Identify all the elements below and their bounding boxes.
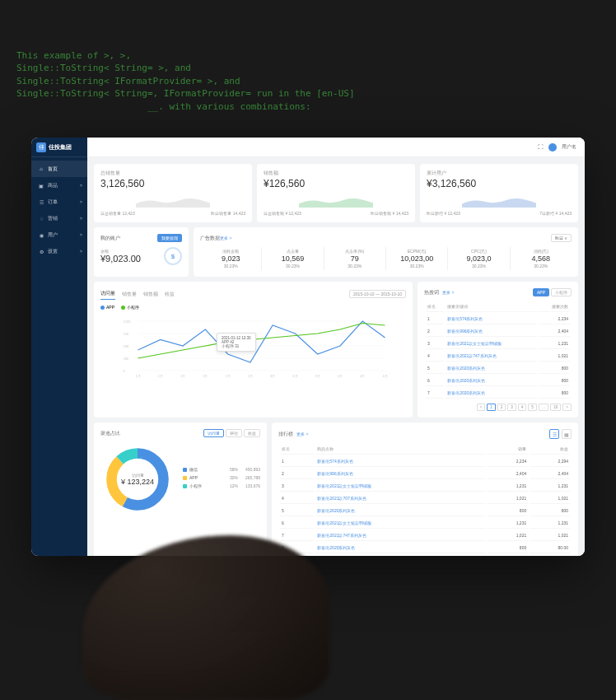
search-keyword[interactable]: 新百伦2021款747系列灰色 xyxy=(446,351,537,362)
pager-item[interactable]: 10 xyxy=(550,404,561,411)
rank-name[interactable]: 新百伦2021款女士短款羽绒服 xyxy=(315,481,486,492)
rank-name[interactable]: 新百伦2020系列灰色 xyxy=(315,543,486,553)
rank-row[interactable]: 5新百伦2020系列灰色800800 xyxy=(280,506,570,516)
pager-item[interactable]: 5 xyxy=(528,404,537,411)
search-more-link[interactable]: 更多 > xyxy=(442,290,454,295)
pager-item[interactable]: 2 xyxy=(497,404,506,411)
legend-num: 265,788 xyxy=(245,475,260,480)
svg-text:4月: 4月 xyxy=(338,374,343,378)
search-keyword[interactable]: 新百伦996系列灰色 xyxy=(446,326,537,337)
sparkline xyxy=(100,193,245,208)
rank-row[interactable]: 7新百伦2021款747系列灰色1,0211,021 xyxy=(280,530,570,541)
logo[interactable]: 佳 佳投集团 xyxy=(31,138,87,157)
search-row[interactable]: 5新百伦2020系列灰色800 xyxy=(426,363,570,374)
nav-item-0[interactable]: ⌂首页 xyxy=(31,161,87,177)
donut-legend-item-1[interactable]: APP30%265,788 xyxy=(183,475,260,480)
search-toggle-1[interactable]: 小程序 xyxy=(551,288,572,296)
rank-name[interactable]: 新百伦2021款747系列灰色 xyxy=(315,555,486,556)
donut-legend-item-0[interactable]: 微信58%450,893 xyxy=(183,467,260,472)
pager-item[interactable]: 1 xyxy=(487,404,496,411)
svg-text:200: 200 xyxy=(124,357,129,361)
search-row[interactable]: 6新百伦2020系列灰色800 xyxy=(426,376,570,386)
chart-tab-2[interactable]: 销售额 xyxy=(143,289,158,300)
search-row[interactable]: 3新百伦2021款女士短款羽绒服1,231 xyxy=(426,338,570,349)
search-toggle-0[interactable]: APP xyxy=(533,288,549,296)
search-title: 热搜词 xyxy=(424,289,439,296)
content: 总销售量 3,126,560 日总销售量 12,423昨日销售量 14,423销… xyxy=(87,157,585,556)
username[interactable]: 用户名 xyxy=(562,143,576,151)
topbar: ⛶ 用户名 xyxy=(87,138,585,157)
rank-row[interactable]: 8新百伦2020系列灰色80080.00 xyxy=(280,543,570,553)
rank-name[interactable]: 新百伦2020系列灰色 xyxy=(315,506,486,516)
bottom-row: 渠道占比 访问量评论收益 访问量 ¥ 123,224 xyxy=(94,422,578,556)
rank-row[interactable]: 3新百伦2021款女士短款羽绒服1,2311,231 xyxy=(280,481,570,492)
search-rank: 4 xyxy=(426,351,444,362)
nav-icon: ♢ xyxy=(38,216,44,222)
summary-foot-left: 日总销售量 12,423 xyxy=(100,211,135,216)
nav-item-5[interactable]: ⚙设置> xyxy=(31,243,87,259)
list-view-icon[interactable]: ☰ xyxy=(549,429,559,439)
rank-col-3: 收益 xyxy=(530,444,570,455)
search-row[interactable]: 4新百伦2021款747系列灰色1,021 xyxy=(426,351,570,362)
donut-legend: 微信58%450,893APP30%265,788小程序12%133,676 xyxy=(183,467,260,492)
wallet-metrics-row: 我的账户 我要提现 余额 ¥9,023.00 $ 广告数据 更多 > 昨日 ∨ xyxy=(94,227,578,277)
rank-name[interactable]: 新百伦574系列灰色 xyxy=(315,456,486,467)
pager-item[interactable]: < xyxy=(477,404,486,411)
chart-daterange[interactable]: 2015-10-10 — 2015-10-10 xyxy=(349,290,406,298)
search-count: 2,234 xyxy=(539,314,570,324)
avatar[interactable] xyxy=(548,143,557,152)
donut-toggle-2[interactable]: 收益 xyxy=(244,429,260,437)
search-row[interactable]: 1新百伦574系列灰色2,234 xyxy=(426,314,570,324)
rank-row[interactable]: 1新百伦574系列灰色2,2342,294 xyxy=(280,456,570,467)
nav-item-2[interactable]: ☰订单> xyxy=(31,194,87,210)
rank-name[interactable]: 新百伦2021款747系列灰色 xyxy=(315,530,486,541)
svg-text:1月: 1月 xyxy=(135,374,140,378)
rank-row[interactable]: 9新百伦2021款747系列灰色1,0211,021 xyxy=(280,555,570,556)
rank-row[interactable]: 4新百伦2021款707系列灰色1,0211,021 xyxy=(280,493,570,504)
rank-num: 3 xyxy=(280,481,314,492)
chart-legend-item-0[interactable]: APP xyxy=(100,305,114,310)
donut-toggle-0[interactable]: 访问量 xyxy=(203,429,224,437)
nav-item-3[interactable]: ♢营销> xyxy=(31,210,87,226)
search-keyword[interactable]: 新百伦2020系列灰色 xyxy=(446,376,537,386)
rank-row[interactable]: 6新百伦2021款女士短款羽绒服1,2311,231 xyxy=(280,518,570,529)
rank-name[interactable]: 新百伦996系列灰色 xyxy=(315,469,486,479)
wallet-card: 我的账户 我要提现 余额 ¥9,023.00 $ xyxy=(94,227,189,277)
search-row[interactable]: 7新百伦2020系列灰色800 xyxy=(426,388,570,399)
rank-name[interactable]: 新百伦2021款女士短款羽绒服 xyxy=(315,518,486,529)
pager-item[interactable]: 3 xyxy=(507,404,516,411)
chevron-right-icon: > xyxy=(80,183,82,188)
svg-text:1200: 1200 xyxy=(124,320,132,324)
rank-rev: 1,021 xyxy=(530,493,570,504)
grid-view-icon[interactable]: ▦ xyxy=(562,429,572,439)
donut-toggle-1[interactable]: 评论 xyxy=(226,429,242,437)
rank-row[interactable]: 2新百伦996系列灰色2,4042,404 xyxy=(280,469,570,479)
search-keyword[interactable]: 新百伦2021款女士短款羽绒服 xyxy=(446,338,537,349)
search-keyword[interactable]: 新百伦574系列灰色 xyxy=(446,314,537,324)
rank-more-link[interactable]: 更多 > xyxy=(296,432,308,436)
rank-rev: 2,294 xyxy=(530,456,570,467)
metrics-period-select[interactable]: 昨日 ∨ xyxy=(551,234,572,242)
expand-icon[interactable]: ⛶ xyxy=(538,144,544,150)
pager-item[interactable]: 4 xyxy=(518,404,527,411)
hand-photo xyxy=(82,535,329,700)
metrics-more-link[interactable]: 更多 > xyxy=(220,236,231,240)
chart-tab-0[interactable]: 访问量 xyxy=(100,288,115,300)
rank-name[interactable]: 新百伦2021款707系列灰色 xyxy=(315,493,486,504)
chart-legend-item-1[interactable]: 小程序 xyxy=(121,305,139,310)
search-keyword[interactable]: 新百伦2020系列灰色 xyxy=(446,388,537,399)
search-keyword[interactable]: 新百伦2020系列灰色 xyxy=(446,363,537,374)
nav-icon: ☰ xyxy=(38,199,44,205)
nav-item-4[interactable]: ◉用户> xyxy=(31,226,87,243)
nav-item-1[interactable]: ▣商品> xyxy=(31,177,87,194)
pager-item[interactable]: > xyxy=(562,404,572,411)
coin-icon: $ xyxy=(164,247,182,265)
pager-item[interactable]: … xyxy=(539,404,549,411)
rank-sales: 1,021 xyxy=(488,493,528,504)
sparkline xyxy=(427,193,572,208)
chart-tab-1[interactable]: 销售量 xyxy=(122,289,137,300)
donut-legend-item-2[interactable]: 小程序12%133,676 xyxy=(183,483,260,488)
chart-tab-3[interactable]: 收益 xyxy=(165,289,175,300)
search-row[interactable]: 2新百伦996系列灰色2,404 xyxy=(426,326,570,337)
withdraw-button[interactable]: 我要提现 xyxy=(157,234,182,242)
